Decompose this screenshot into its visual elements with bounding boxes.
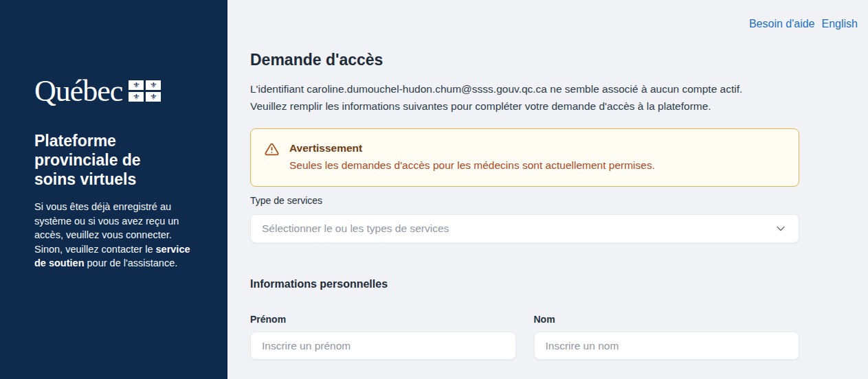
app-root: Québec ⚜ ⚜ ⚜ ⚜ Plateforme provinciale de… <box>0 0 868 379</box>
fleur-de-lis-icon: ⚜ <box>146 92 161 102</box>
page-title: Demande d'accès <box>250 49 799 70</box>
quebec-wordmark: Québec <box>34 78 122 105</box>
first-name-label: Prénom <box>250 314 516 325</box>
service-type-select[interactable]: Sélectionner le ou les types de services <box>250 214 799 243</box>
last-name-field: Nom <box>534 314 800 360</box>
quebec-logo: Québec ⚜ ⚜ ⚜ ⚜ <box>34 78 200 108</box>
chevron-down-icon <box>774 222 788 236</box>
personal-info-title: Informations personnelles <box>250 277 799 291</box>
sidebar-title: Plateforme provinciale de soins virtuels <box>34 131 200 189</box>
sidebar: Québec ⚜ ⚜ ⚜ ⚜ Plateforme provinciale de… <box>0 0 227 379</box>
fleur-de-lis-icon: ⚜ <box>129 92 144 102</box>
first-name-field: Prénom <box>250 314 516 360</box>
warning-content: Avertissement Seules les demandes d'accè… <box>289 141 655 173</box>
fleur-de-lis-icon: ⚜ <box>129 80 144 90</box>
service-type-label: Type de services <box>250 195 799 207</box>
last-name-label: Nom <box>534 314 800 325</box>
help-link[interactable]: Besoin d'aide <box>749 18 815 30</box>
warning-title: Avertissement <box>289 141 655 155</box>
language-link[interactable]: English <box>822 18 858 30</box>
warning-message: Seules les demandes d'accès pour les méd… <box>289 158 655 173</box>
main-area: Besoin d'aide English Demande d'accès L'… <box>227 0 868 379</box>
warning-triangle-icon <box>265 141 279 173</box>
fleur-de-lis-icon: ⚜ <box>146 80 161 90</box>
last-name-input[interactable] <box>534 332 800 360</box>
warning-banner: Avertissement Seules les demandes d'accè… <box>250 128 799 187</box>
top-links: Besoin d'aide English <box>749 18 858 30</box>
intro-text: L'identifiant caroline.dumouchel-hudon.c… <box>250 80 799 115</box>
service-type-placeholder: Sélectionner le ou les types de services <box>262 222 449 235</box>
name-fields-row: Prénom Nom <box>250 314 799 360</box>
sidebar-description: Si vous êtes déjà enregistré au système … <box>34 200 200 271</box>
quebec-flag-icon: ⚜ ⚜ ⚜ ⚜ <box>129 80 161 102</box>
first-name-input[interactable] <box>250 332 516 360</box>
access-request-form: Demande d'accès L'identifiant caroline.d… <box>250 49 799 360</box>
